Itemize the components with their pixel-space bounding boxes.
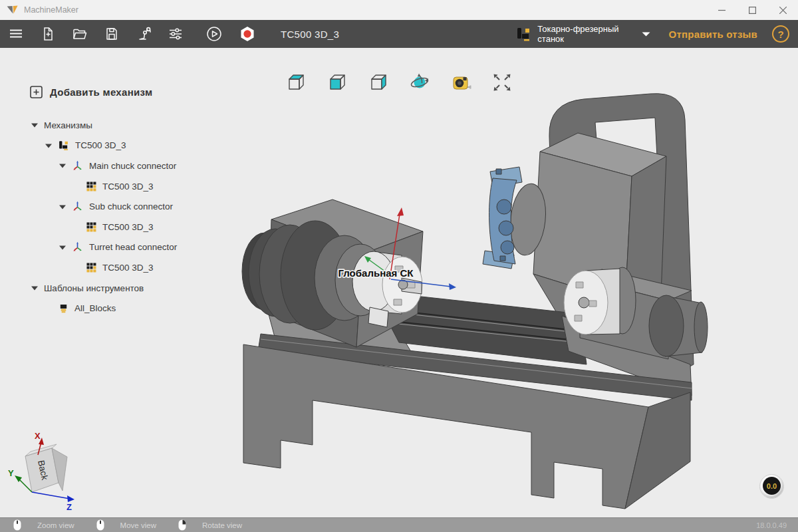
grid-icon (86, 182, 96, 192)
caret-down-icon[interactable] (31, 285, 39, 291)
maximize-button[interactable] (737, 0, 767, 20)
caret-down-icon[interactable] (45, 143, 53, 148)
minimize-button[interactable] (706, 0, 737, 20)
measure-tape-button[interactable] (449, 70, 473, 94)
mechanism-tree: Механизмы TC500 3D_3 (0, 115, 219, 319)
send-feedback-link[interactable]: Отправить отзыв (669, 29, 757, 40)
view-cube-top-button[interactable] (284, 70, 308, 94)
tree-item-turret-head-connector[interactable]: Turret head connector (0, 237, 219, 258)
mouse-wheel-icon (96, 519, 104, 531)
tree-item-tc500-sub[interactable]: TC500 3D_3 (0, 217, 219, 237)
tree-item-mechanisms[interactable]: Механизмы (0, 115, 219, 136)
mouse-wheel-icon (13, 519, 21, 531)
hint-rotate-view: Rotate view (178, 519, 242, 531)
close-button[interactable] (767, 0, 798, 20)
statusbar: Zoom view Move view Rotate view 18.0.0.4… (0, 517, 798, 532)
record-button[interactable] (231, 20, 263, 48)
main-toolbar: TC500 3D_3 Токарно-фрезерный станок Отпр… (0, 20, 798, 48)
tree-item-main-chuck-connector[interactable]: Main chuck connector (0, 156, 219, 176)
add-plus-icon (30, 86, 43, 98)
menu-button[interactable] (0, 20, 32, 48)
axes-icon (72, 241, 83, 253)
play-simulation-button[interactable] (198, 20, 230, 48)
caret-down-icon[interactable] (59, 163, 66, 168)
axes-icon (72, 201, 83, 212)
tree-item-all-blocks[interactable]: All_Blocks (0, 298, 219, 319)
app-logo-icon (7, 5, 19, 15)
axes-icon (72, 160, 83, 172)
add-mechanism-button[interactable]: Добавить механизм (30, 86, 152, 98)
tree-item-tc500[interactable]: TC500 3D_3 (0, 136, 219, 156)
robot-arm-button[interactable] (128, 20, 160, 48)
axis-y-label: Y (8, 468, 14, 478)
hint-move-view: Move view (96, 519, 156, 531)
tool-block-icon (59, 303, 68, 314)
tree-item-tool-templates[interactable]: Шаблоны инструментов (0, 278, 219, 299)
machinemaker-window: MachineMaker (0, 0, 798, 532)
chevron-down-icon[interactable] (642, 32, 650, 37)
machine-type-icon (515, 26, 531, 42)
fit-view-button[interactable] (490, 70, 514, 94)
caret-down-icon[interactable] (59, 245, 66, 250)
grid-icon (86, 222, 96, 232)
axis-z-label: Z (66, 502, 72, 512)
sub-chuck (564, 267, 636, 334)
tree-item-tc500-main[interactable]: TC500 3D_3 (0, 176, 219, 197)
view-cube-front-button[interactable] (325, 70, 349, 94)
new-file-button[interactable] (32, 20, 64, 48)
spindle-speed-badge[interactable]: 0.0 (759, 474, 784, 499)
axis-x-label: X (35, 431, 41, 441)
mouse-right-button-icon (178, 519, 186, 531)
hint-zoom-view: Zoom view (13, 519, 74, 531)
machine-type-selector[interactable]: Токарно-фрезерный станок (515, 24, 650, 44)
view-cube-side-button[interactable] (366, 70, 390, 94)
view-toolbar (284, 70, 514, 94)
machine-icon (58, 140, 69, 151)
app-title: MachineMaker (24, 5, 78, 15)
tree-item-tc500-turret[interactable]: TC500 3D_3 (0, 257, 219, 278)
app-version: 18.0.0.49 (756, 521, 787, 529)
open-folder-button[interactable] (64, 20, 96, 48)
document-title: TC500 3D_3 (281, 29, 339, 40)
orbit-rotate-button[interactable] (408, 70, 432, 94)
caret-down-icon[interactable] (59, 204, 66, 209)
caret-down-icon[interactable] (31, 122, 39, 128)
tree-item-sub-chuck-connector[interactable]: Sub chuck connector (0, 196, 219, 217)
help-button[interactable]: ? (772, 25, 789, 43)
titlebar: MachineMaker (0, 0, 798, 20)
orientation-nav-cube[interactable]: Back X Y Z (5, 428, 93, 515)
machine-type-line1: Токарно-фрезерный (537, 24, 618, 34)
machine-type-line2: станок (537, 34, 618, 44)
global-cs-label: Глобальная СК (338, 267, 414, 279)
viewport-3d: Глобальная СК Добавить механизм Механизм… (0, 48, 798, 517)
grid-icon (86, 263, 96, 273)
save-button[interactable] (96, 20, 128, 48)
settings-sliders-button[interactable] (160, 20, 192, 48)
